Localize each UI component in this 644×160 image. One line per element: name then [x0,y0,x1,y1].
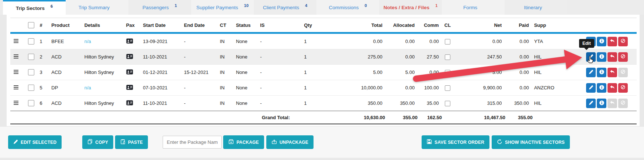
drag-handle-icon[interactable] [13,70,19,74]
row-end: - [184,100,220,106]
cl-checkbox[interactable] [445,70,450,75]
undo-icon [610,54,615,60]
row-end: 15-12-2021 [184,70,220,75]
tab-passengers[interactable]: Passengers1 [128,0,191,15]
cl-checkbox[interactable] [445,85,450,91]
tab-label: Forms [463,5,477,10]
pax-card-icon[interactable] [126,86,133,91]
undo-icon [610,38,615,45]
undo-button[interactable] [607,83,617,93]
tab-trip-sectors[interactable]: Trip Sectors6 [3,0,66,15]
tab-trip-summary[interactable]: Trip Summary [66,0,128,15]
tab-commissions[interactable]: Commissions0 [316,0,379,15]
copy-button[interactable]: COPY [82,135,113,149]
row-num: 1 [40,39,52,44]
row-is: - [260,70,304,75]
tab-itinerary[interactable]: Itinerary [505,0,567,15]
grand-total-comm: 162.50 [418,115,442,120]
table-row: 1BFEEn/a13-09-2021-INNone-10.000.000.000… [10,34,637,49]
edit-button[interactable] [586,83,596,93]
pax-card-icon[interactable] [126,39,133,45]
block-button[interactable] [618,52,628,62]
undo-button[interactable] [607,52,617,62]
row-checkbox[interactable] [28,85,34,91]
row-checkbox[interactable] [28,69,34,75]
edit-button[interactable] [586,68,596,77]
cl-checkbox[interactable] [445,39,450,45]
column-header-supp: Supp [529,22,558,28]
row-allocated: 0.00 [382,85,415,90]
edit-selected-button[interactable]: EDIT SELECTED [8,135,62,149]
save-sector-order-button[interactable]: SAVE SECTOR ORDER [422,135,489,149]
row-paid: 0.00 [502,39,529,44]
row-checkbox[interactable] [28,100,34,106]
row-is: - [260,100,304,106]
drag-handle-icon[interactable] [13,100,19,105]
row-supp: HIL [529,54,558,60]
select-all-checkbox[interactable] [28,22,34,28]
info-button[interactable] [597,83,606,93]
grand-total-net: 10,467.50 [460,115,505,120]
row-checkbox[interactable] [28,38,34,45]
tab-forms[interactable]: Forms [442,0,505,15]
tab-client-payments[interactable]: Client Payments4 [254,0,316,15]
paste-button[interactable]: PASTE [115,135,148,149]
row-comm: 100.00 [415,85,439,90]
table-header-row: #ProductDetailsPaxStart DateEnd DateCTSt… [10,18,637,34]
info-button[interactable] [597,37,606,46]
info-icon [599,100,605,107]
row-details[interactable]: n/a [84,85,126,90]
footer-toolbar: EDIT SELECTED COPY PASTE PACKAGE UNPACKA… [0,126,644,158]
drag-handle-icon[interactable] [13,39,19,43]
unpackage-button[interactable]: UNPACKAGE [266,135,314,149]
row-details[interactable]: n/a [84,39,126,44]
table-row: 5DPn/a07-10-2021-INNone-110,000.000.0010… [10,80,637,95]
pencil-icon [589,100,593,106]
block-button[interactable] [618,83,628,93]
block-icon [620,85,626,91]
undo-button[interactable] [607,37,617,46]
row-product: DP [51,85,84,90]
tab-badge: 10 [244,3,249,8]
row-start: 07-10-2021 [143,85,184,90]
undo-button[interactable] [607,68,617,77]
trip-sectors-panel: #ProductDetailsPaxStart DateEnd DateCTSt… [7,15,640,130]
row-supp: HIL [529,70,558,75]
row-status: None [236,54,260,60]
tab-label: Commissions [329,5,359,10]
row-net: 5.00 [456,70,502,75]
row-details: Hilton Sydney [84,54,126,60]
info-button[interactable] [597,99,606,108]
tab-notes-extra-files[interactable]: Notes / Extra / Files1 [379,0,442,15]
info-icon [599,85,605,91]
block-button [618,68,628,77]
column-header-total: Total [344,22,382,28]
drag-handle-icon[interactable] [13,85,19,90]
package-button[interactable]: PACKAGE [223,135,264,149]
column-header-details: Details [84,22,126,28]
edit-button[interactable] [586,37,596,46]
info-icon [599,54,605,60]
show-inactive-sectors-button[interactable]: SHOW INACTIVE SECTORS [492,135,570,149]
info-button[interactable] [597,52,606,62]
tab-supplier-payments[interactable]: Supplier Payments10 [191,0,254,15]
table-row: 6ACDHilton Sydney11-10-2021-INNone-1350.… [10,95,637,111]
cl-checkbox[interactable] [445,54,450,60]
cl-checkbox[interactable] [445,101,450,106]
row-checkbox[interactable] [28,54,34,60]
pax-card-icon[interactable] [126,55,133,60]
info-button[interactable] [597,68,606,77]
drag-handle-icon[interactable] [13,54,19,59]
package-name-input[interactable] [163,136,222,149]
block-button[interactable] [618,37,628,46]
column-header-start-date: Start Date [143,22,184,28]
row-allocated: 350.00 [382,100,415,106]
undo-button [607,99,617,108]
pencil-icon [589,39,593,45]
edit-button[interactable] [586,99,596,108]
pax-card-icon[interactable] [126,70,133,76]
pax-card-icon[interactable] [126,101,133,107]
row-ct: IN [220,39,236,44]
edit-button[interactable] [586,52,596,62]
block-icon [620,38,626,45]
